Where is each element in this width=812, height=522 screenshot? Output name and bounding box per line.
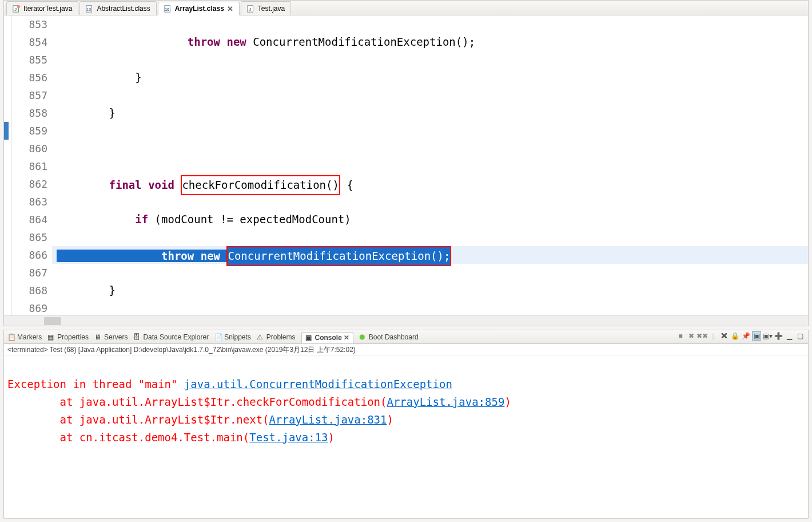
tab-label: Servers [104,333,128,341]
display-console-icon[interactable]: ▣ [752,331,761,341]
svg-point-2 [17,5,20,7]
servers-icon: 🖥 [94,333,102,341]
remove-launch-icon[interactable]: ✖ [687,331,696,341]
code-viewport[interactable]: 8538548558568578588598608618628638648658… [4,15,808,315]
svg-text:J: J [249,6,251,11]
tab-snippets[interactable]: 📄Snippets [214,333,251,341]
code-line: if (modCount != expectedModCount) [52,211,808,228]
close-icon[interactable]: ✕ [227,5,233,13]
minimize-icon[interactable]: ▁ [785,331,794,341]
stacktrace-line: at cn.itcast.demo4.Test.main( [7,431,249,444]
tab-properties[interactable]: ▦Properties [47,333,89,341]
tab-test[interactable]: J Test.java [241,1,291,15]
console-icon: ▣ [305,334,313,342]
java-file-icon: J [247,5,255,13]
pin-console-icon[interactable]: 📌 [741,331,750,341]
source-link[interactable]: ArrayList.java:831 [269,413,387,426]
editor-tabbar: J IteratorTest.java 10 AbstractList.clas… [4,1,808,15]
code-line: } [52,282,808,299]
bottom-panel: 📋Markers ▦Properties 🖥Servers 🗄Data Sour… [3,330,809,519]
tab-problems[interactable]: ⚠Problems [257,333,296,341]
exception-line: Exception in thread "main" [7,378,184,390]
console-toolbar: ■ ✖ ✖✖ | 🗙 🔒 📌 ▣ ▣▾ ➕ ▁ ▢ [676,331,805,341]
gutter [4,15,12,315]
svg-text:10: 10 [165,7,169,11]
divider: | [708,331,718,341]
tab-label: Console [315,334,342,342]
svg-text:J: J [14,6,17,11]
tab-iteratortest[interactable]: J IteratorTest.java [6,1,78,15]
horizontal-scrollbar[interactable] [4,315,808,326]
class-file-icon: 10 [164,5,172,13]
source-link[interactable]: Test.java:13 [249,431,328,444]
code-line: throw new ConcurrentModificationExceptio… [52,246,808,264]
scroll-lock-icon[interactable]: 🔒 [730,331,739,341]
remove-all-icon[interactable]: ✖✖ [698,331,707,341]
exception-link[interactable]: java.util.ConcurrentModificationExceptio… [184,378,452,390]
svg-text:10: 10 [87,7,91,11]
code-line: final void checkForComodification() { [52,175,808,193]
bottom-tabbar: 📋Markers ▦Properties 🖥Servers 🗄Data Sour… [4,330,808,344]
code-body[interactable]: throw new ConcurrentModificationExceptio… [52,15,808,315]
console-output[interactable]: Exception in thread "main" java.util.Con… [4,357,808,518]
code-line: } [52,104,808,122]
editor-area: J IteratorTest.java 10 AbstractList.clas… [3,0,809,326]
tab-bootdash[interactable]: ⬢Boot Dashboard [359,333,419,341]
open-console-icon[interactable]: ▣▾ [763,331,772,341]
code-line: } [52,69,808,86]
close-icon[interactable]: ✕ [344,334,349,342]
tab-markers[interactable]: 📋Markers [7,333,42,341]
tab-label: Data Source Explorer [143,333,209,341]
clear-console-icon[interactable]: 🗙 [719,331,729,341]
console-status: <terminated> Test (68) [Java Application… [4,344,808,355]
stacktrace-line: at java.util.ArrayList$Itr.next( [7,413,269,426]
tab-label: Snippets [224,333,251,341]
snippets-icon: 📄 [214,333,222,341]
boot-icon: ⬢ [359,333,367,341]
terminate-icon[interactable]: ■ [676,331,685,341]
tab-label: Markers [17,333,42,341]
maximize-icon[interactable]: ▢ [795,331,805,341]
line-numbers: 8538548558568578588598608618628638648658… [12,15,52,315]
source-link[interactable]: ArrayList.java:859 [387,396,504,408]
tab-abstractlist[interactable]: 10 AbstractList.class [79,1,156,15]
tab-label: Problems [266,333,296,341]
stacktrace-line: at java.util.ArrayList$Itr.checkForComod… [7,396,387,408]
tab-label: Test.java [258,5,285,13]
new-console-icon[interactable]: ➕ [774,331,783,341]
tab-label: ArrayList.class [175,5,224,13]
class-file-icon: 10 [86,5,94,13]
properties-icon: ▦ [47,333,55,341]
markers-icon: 📋 [7,333,15,341]
code-line: throw new ConcurrentModificationExceptio… [52,33,808,51]
tab-label: AbstractList.class [97,5,150,13]
tab-arraylist[interactable]: 10 ArrayList.class ✕ [158,2,240,15]
tab-label: Properties [57,333,89,341]
tab-servers[interactable]: 🖥Servers [94,333,128,341]
tab-datasource[interactable]: 🗄Data Source Explorer [133,333,209,341]
tab-label: Boot Dashboard [369,333,419,341]
code-line [52,140,808,157]
current-line-marker [4,122,9,140]
datasource-icon: 🗄 [133,333,141,341]
scrollbar-thumb[interactable] [44,317,61,325]
java-file-icon: J [13,5,21,13]
tab-label: IteratorTest.java [23,5,72,13]
tab-console[interactable]: ▣Console ✕ [301,332,353,343]
problems-icon: ⚠ [257,333,265,341]
